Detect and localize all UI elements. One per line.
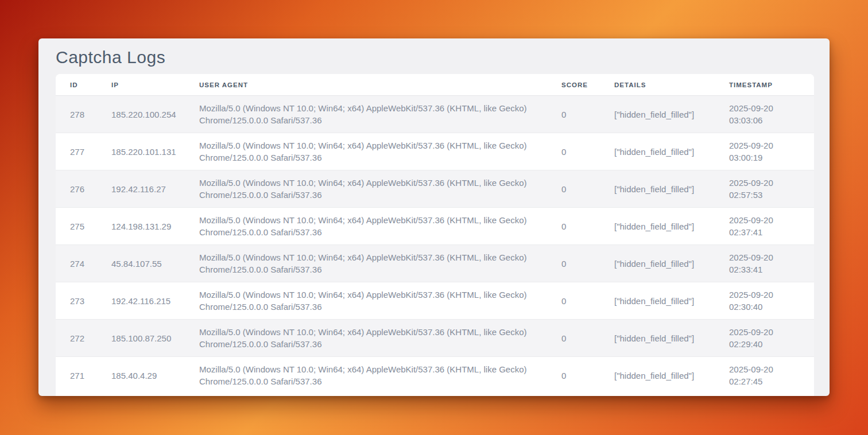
column-header-id: ID [56,74,97,96]
table-row: 273 192.42.116.215 Mozilla/5.0 (Windows … [56,282,814,320]
cell-user-agent: Mozilla/5.0 (Windows NT 10.0; Win64; x64… [185,245,547,282]
cell-score: 0 [547,357,600,394]
captcha-logs-table: ID IP USER AGENT SCORE DETAILS TIMESTAMP… [56,74,814,394]
cell-user-agent: Mozilla/5.0 (Windows NT 10.0; Win64; x64… [185,357,547,394]
table-row: 274 45.84.107.55 Mozilla/5.0 (Windows NT… [56,245,814,282]
cell-details: ["hidden_field_filled"] [600,245,715,282]
column-header-ip: IP [97,74,185,96]
cell-score: 0 [547,245,600,282]
cell-details: ["hidden_field_filled"] [600,170,715,208]
cell-timestamp: 2025-09-20 03:03:06 [715,96,814,133]
column-header-details: DETAILS [600,74,715,96]
cell-user-agent: Mozilla/5.0 (Windows NT 10.0; Win64; x64… [185,320,547,357]
cell-ip: 185.220.100.254 [97,96,185,133]
cell-timestamp: 2025-09-20 02:27:45 [715,357,814,394]
cell-id: 276 [56,170,97,208]
table-row: 272 185.100.87.250 Mozilla/5.0 (Windows … [56,320,814,357]
cell-details: ["hidden_field_filled"] [600,320,715,357]
table-row: 275 124.198.131.29 Mozilla/5.0 (Windows … [56,208,814,245]
cell-score: 0 [547,170,600,208]
cell-details: ["hidden_field_filled"] [600,282,715,320]
cell-user-agent: Mozilla/5.0 (Windows NT 10.0; Win64; x64… [185,208,547,245]
cell-id: 271 [56,357,97,394]
cell-id: 272 [56,320,97,357]
cell-user-agent: Mozilla/5.0 (Windows NT 10.0; Win64; x64… [185,96,547,133]
cell-timestamp: 2025-09-20 02:33:41 [715,245,814,282]
table-body: 278 185.220.100.254 Mozilla/5.0 (Windows… [56,96,814,394]
cell-ip: 185.220.101.131 [97,133,185,170]
cell-timestamp: 2025-09-20 02:30:40 [715,282,814,320]
cell-user-agent: Mozilla/5.0 (Windows NT 10.0; Win64; x64… [185,282,547,320]
cell-user-agent: Mozilla/5.0 (Windows NT 10.0; Win64; x64… [185,133,547,170]
cell-score: 0 [547,320,600,357]
table-row: 278 185.220.100.254 Mozilla/5.0 (Windows… [56,96,814,133]
cell-score: 0 [547,208,600,245]
cell-ip: 45.84.107.55 [97,245,185,282]
cell-timestamp: 2025-09-20 03:00:19 [715,133,814,170]
cell-timestamp: 2025-09-20 02:37:41 [715,208,814,245]
cell-details: ["hidden_field_filled"] [600,133,715,170]
cell-id: 278 [56,96,97,133]
cell-score: 0 [547,96,600,133]
cell-user-agent: Mozilla/5.0 (Windows NT 10.0; Win64; x64… [185,170,547,208]
cell-ip: 192.42.116.215 [97,282,185,320]
table-header-row: ID IP USER AGENT SCORE DETAILS TIMESTAMP [56,74,814,96]
cell-ip: 185.40.4.29 [97,357,185,394]
page-title: Captcha Logs [56,48,812,67]
cell-details: ["hidden_field_filled"] [600,208,715,245]
cell-timestamp: 2025-09-20 02:57:53 [715,170,814,208]
column-header-score: SCORE [547,74,600,96]
cell-id: 273 [56,282,97,320]
logs-table-container: ID IP USER AGENT SCORE DETAILS TIMESTAMP… [56,74,814,396]
cell-score: 0 [547,133,600,170]
cell-timestamp: 2025-09-20 02:29:40 [715,320,814,357]
card-header: Captcha Logs [38,38,830,74]
table-row: 277 185.220.101.131 Mozilla/5.0 (Windows… [56,133,814,170]
captcha-logs-card: Captcha Logs ID IP USER AGENT SCORE DETA… [38,38,830,396]
cell-ip: 185.100.87.250 [97,320,185,357]
table-row: 276 192.42.116.27 Mozilla/5.0 (Windows N… [56,170,814,208]
column-header-user-agent: USER AGENT [185,74,547,96]
cell-ip: 192.42.116.27 [97,170,185,208]
table-row: 271 185.40.4.29 Mozilla/5.0 (Windows NT … [56,357,814,394]
cell-details: ["hidden_field_filled"] [600,357,715,394]
column-header-timestamp: TIMESTAMP [715,74,814,96]
cell-score: 0 [547,282,600,320]
cell-id: 277 [56,133,97,170]
cell-details: ["hidden_field_filled"] [600,96,715,133]
cell-id: 275 [56,208,97,245]
cell-id: 274 [56,245,97,282]
cell-ip: 124.198.131.29 [97,208,185,245]
